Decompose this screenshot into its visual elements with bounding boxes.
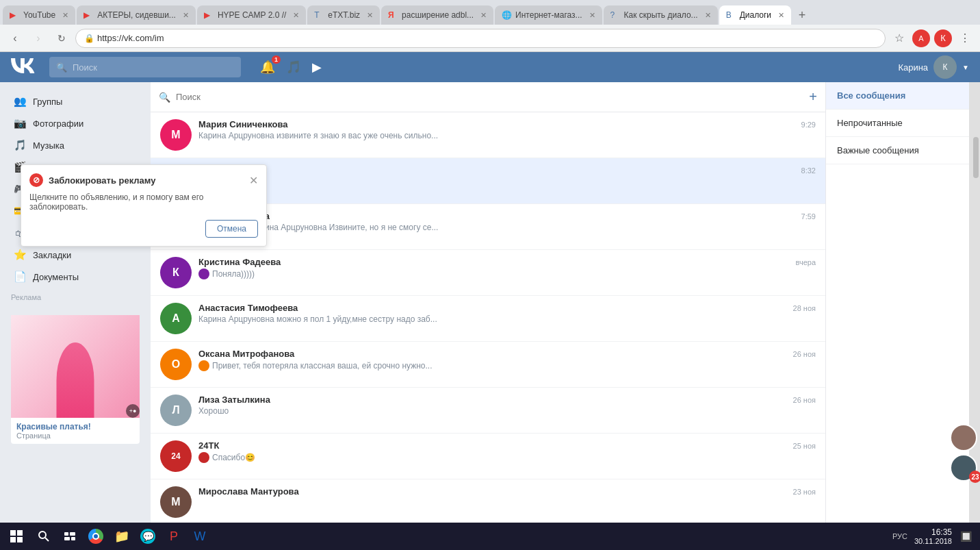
photos-icon: 📷 [14,117,26,129]
msg-content-miroslava: Мирослава Мантурова 23 ноя [198,486,816,498]
ad-blocker-popup: ⊘ Заблокировать рекламу ✕ Щелкните по об… [21,164,267,247]
new-message-button[interactable]: + [809,89,817,105]
profile-avatar: К [934,29,952,47]
conversation-kristina[interactable]: К Кристина Фадеева вчера Поняла))))) [151,250,825,296]
new-tab-button[interactable]: + [792,5,812,25]
sidebar-item-music[interactable]: 🎵 Музыка [0,134,151,156]
msg-search-input[interactable] [176,92,803,102]
tab-close-actors[interactable]: ✕ [183,11,189,20]
taskbar-powerpoint[interactable]: P [162,524,186,549]
page-content: 👥 Группы 📷 Фотографии 🎵 Музыка 🎬 Видео 🎮… [0,82,980,550]
avatar-kristina: К [160,257,192,288]
start-button[interactable] [3,524,30,549]
tab-etxt[interactable]: T eTXT.biz ✕ [307,5,380,25]
taskbar-search-button[interactable] [31,524,56,549]
tab-favicon-actors: ▶ [83,10,93,20]
msg-search-icon: 🔍 [159,92,170,103]
popup-cancel-button[interactable]: Отмена [205,220,258,238]
taskbar-chrome[interactable] [83,524,108,549]
svg-rect-9 [71,537,75,540]
filter-all-messages[interactable]: Все сообщения [826,82,969,110]
tab-actors[interactable]: ▶ АКТЕРЫ, сидевши... ✕ [77,5,196,25]
tab-close-yandex[interactable]: ✕ [480,11,487,20]
conversation-oxana[interactable]: О Оксана Митрофанова 26 ноя Привет, тебя… [151,342,825,388]
tab-dialogs[interactable]: В Диалоги ✕ [719,5,791,25]
tab-close-etxt[interactable]: ✕ [367,11,373,20]
tab-hype[interactable]: ▶ HYPE CAMP 2.0 // ✕ [197,5,306,25]
conversation-24tk[interactable]: 24 24ТК 25 ноя Спасибо😊 [151,434,825,479]
filter-important[interactable]: Важные сообщения [826,137,969,164]
taskbar-notification-icon[interactable]: 🔲 [960,531,972,542]
tab-favicon-dialog: ? [610,10,620,20]
taskbar-taskview[interactable] [57,524,82,549]
video-icon[interactable]: ▶ [312,60,322,75]
avatar-24tk: 24 [160,440,192,472]
conversation-miroslava[interactable]: М Мирослава Мантурова 23 ноя [151,479,825,525]
right-sidebar-filters: Все сообщения Непрочитанные Важные сообщ… [825,82,969,550]
preview-sub-avatar-24tk [198,452,209,463]
notifications-icon[interactable]: 🔔 1 [260,60,275,75]
taskbar-explorer[interactable]: 📁 [109,524,134,549]
conversation-maria[interactable]: М Мария Синиченкова 9:29 Карина Арцрунов… [151,112,825,158]
sidebar-item-groups[interactable]: 👥 Группы [0,90,151,112]
ext-adblock: A [912,29,930,47]
float-avatar-1[interactable] [950,424,980,451]
user-avatar: К [933,55,957,79]
tab-favicon-internet: 🌐 [502,10,511,20]
tab-close-youtube[interactable]: ✕ [62,11,68,20]
address-bar: ‹ › ↻ 🔒 https://vk.com/im ☆ A К ⋮ [0,25,980,52]
vk-user[interactable]: Карина К ▼ [898,55,969,79]
browser-frame: ▶ YouTube ✕ ▶ АКТЕРЫ, сидевши... ✕ ▶ HYP… [0,0,980,550]
filter-unread[interactable]: Непрочитанные [826,110,969,137]
svg-point-4 [39,532,46,538]
tab-close-internet[interactable]: ✕ [589,11,595,20]
address-input[interactable]: 🔒 https://vk.com/im [75,29,886,48]
bookmarks-icon: ⭐ [14,249,26,261]
taskbar-messenger[interactable]: 💬 [136,524,160,549]
taskbar-sys: РУС 16:35 30.11.2018 🔲 [887,527,977,545]
svg-rect-2 [10,537,16,542]
tab-favicon-etxt: T [314,10,324,20]
chevron-down-icon: ▼ [962,64,969,71]
sidebar-item-photos[interactable]: 📷 Фотографии [0,112,151,134]
profile-icon[interactable]: К [933,29,953,48]
menu-button[interactable]: ⋮ [955,29,975,48]
tab-internet[interactable]: 🌐 Интернет-магаз... ✕ [495,5,602,25]
sidebar-item-documents[interactable]: 📄 Документы [0,266,151,288]
msg-content-24tk: 24ТК 25 ноя Спасибо😊 [198,440,816,463]
music-sidebar-icon: 🎵 [14,139,26,151]
tab-close-hype[interactable]: ✕ [293,11,299,20]
taskbar-word[interactable]: W [188,524,212,549]
left-sidebar: 👥 Группы 📷 Фотографии 🎵 Музыка 🎬 Видео 🎮… [0,82,151,550]
forward-button[interactable]: › [29,29,48,48]
music-icon[interactable]: 🎵 [286,60,301,75]
msg-content-oxana: Оксана Митрофанова 26 ноя Привет, тебя п… [198,349,816,371]
ad-block[interactable]: +● Красивые платья! Страница [11,315,140,444]
vk-logo[interactable] [11,56,36,78]
refresh-button[interactable]: ↻ [52,29,71,48]
conversation-liza[interactable]: Л Лиза Затылкина 26 ноя Хорошо [151,388,825,434]
avatar-miroslava: М [160,486,192,518]
taskbar-lang: РУС [892,532,907,540]
sidebar-item-bookmarks[interactable]: ⭐ Закладки [0,244,151,266]
ad-image: +● [11,315,140,418]
msg-content-anastasia: Анастасия Тимофеева 28 ноя Карина Арцрун… [198,303,816,324]
svg-rect-7 [70,532,75,536]
float-avatar-2[interactable]: 23 [950,454,980,482]
tab-yandex[interactable]: Я расширение adbl... ✕ [381,5,493,25]
popup-close-button[interactable]: ✕ [249,174,258,187]
tab-close-dialog[interactable]: ✕ [705,11,711,20]
tab-dialog[interactable]: ? Как скрыть диало... ✕ [604,5,718,25]
msg-content-lara: Лара Аршакян 8:32 Аааа, понятно [198,165,816,188]
scroll-thumb[interactable] [973,137,979,178]
vk-search[interactable]: 🔍 Поиск [49,57,241,77]
tab-close-dialogs[interactable]: ✕ [778,11,784,20]
documents-icon: 📄 [14,271,26,283]
bookmark-icon[interactable]: ☆ [890,29,909,48]
extensions-icon[interactable]: A [912,29,931,48]
tab-youtube[interactable]: ▶ YouTube ✕ [3,5,75,25]
vk-header: 🔍 Поиск 🔔 1 🎵 ▶ Карина К ▼ [0,52,980,82]
conversation-anastasia[interactable]: А Анастасия Тимофеева 28 ноя Карина Арцр… [151,296,825,342]
svg-rect-0 [10,530,16,536]
back-button[interactable]: ‹ [5,29,25,48]
